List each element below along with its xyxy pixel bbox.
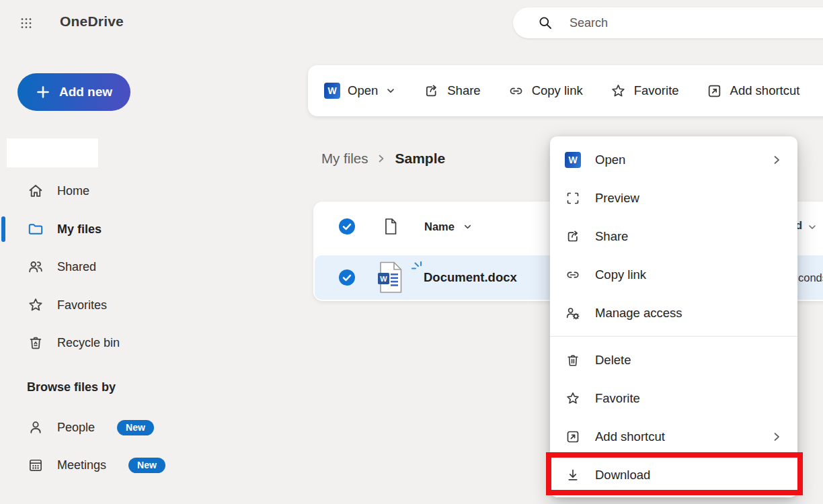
- menu-item-label: Download: [595, 468, 650, 482]
- trash-icon: [565, 352, 581, 368]
- search-placeholder: Search: [570, 16, 608, 30]
- sidebar-item-my-files[interactable]: My files: [27, 216, 102, 243]
- context-menu: W Open Preview Share Copy link: [550, 136, 797, 497]
- command-toolbar: W Open Share Copy link Favorite: [308, 65, 823, 116]
- sidebar-item-recycle-bin[interactable]: Recycle bin: [27, 329, 120, 356]
- star-icon: [565, 390, 581, 407]
- submenu-chevron-icon: [771, 431, 783, 443]
- home-icon: [27, 182, 44, 200]
- download-icon: [565, 467, 581, 483]
- toolbar-copy-link-button[interactable]: Copy link: [508, 83, 583, 99]
- recycle-bin-icon: [27, 334, 44, 351]
- sidebar-item-label: People: [57, 421, 95, 435]
- sidebar-item-label: Favorites: [57, 298, 107, 312]
- menu-item-label: Copy link: [595, 267, 646, 282]
- browse-files-by-heading: Browse files by: [27, 380, 116, 394]
- share-icon: [423, 83, 440, 99]
- app-title: OneDrive: [60, 13, 124, 30]
- breadcrumb: My files Sample: [321, 151, 445, 167]
- breadcrumb-parent[interactable]: My files: [321, 151, 368, 167]
- menu-item-download[interactable]: Download: [550, 456, 797, 494]
- sidebar-item-meetings[interactable]: Meetings New: [27, 452, 165, 478]
- manage-access-icon: [565, 305, 581, 321]
- menu-item-label: Add shortcut: [595, 429, 665, 444]
- toolbar-open-button[interactable]: W Open: [324, 83, 396, 99]
- add-new-button[interactable]: Add new: [17, 73, 130, 111]
- calendar-icon: [27, 456, 44, 474]
- link-icon: [565, 267, 581, 283]
- preview-icon: [565, 190, 581, 206]
- toolbar-favorite-button[interactable]: Favorite: [610, 83, 679, 99]
- sidebar-item-label: Home: [57, 184, 89, 198]
- sidebar-item-shared[interactable]: Shared: [27, 253, 96, 280]
- link-icon: [508, 83, 524, 99]
- click-spark-icon: [412, 261, 424, 272]
- toolbar-add-shortcut-button[interactable]: Add shortcut: [706, 83, 800, 99]
- menu-item-copy-link[interactable]: Copy link: [550, 255, 797, 294]
- onedrive-window: OneDrive Search Add new Home My files: [0, 0, 823, 504]
- selected-nav-indicator: [1, 216, 5, 242]
- sidebar-item-favorites[interactable]: Favorites: [27, 292, 107, 319]
- chevron-down-icon: [385, 85, 396, 96]
- column-header-name[interactable]: Name: [424, 220, 455, 233]
- toolbar-share-button[interactable]: Share: [423, 83, 480, 99]
- breadcrumb-current: Sample: [395, 151, 445, 167]
- app-launcher-waffle-icon[interactable]: [16, 13, 36, 33]
- word-app-icon: W: [324, 83, 340, 99]
- menu-item-delete[interactable]: Delete: [550, 341, 797, 379]
- menu-divider: [550, 336, 797, 337]
- new-badge: New: [128, 458, 165, 473]
- sidebar-item-label: Shared: [57, 260, 96, 274]
- document-type-icon: [383, 218, 399, 235]
- toolbar-open-label: Open: [348, 83, 378, 98]
- star-icon: [27, 296, 44, 314]
- word-file-icon: W: [376, 261, 404, 294]
- menu-item-manage-access[interactable]: Manage access: [550, 294, 797, 332]
- person-icon: [27, 419, 44, 436]
- select-all-checked-icon[interactable]: [338, 218, 356, 235]
- share-icon: [565, 228, 581, 245]
- menu-item-add-shortcut[interactable]: Add shortcut: [550, 417, 797, 456]
- menu-item-label: Favorite: [595, 391, 640, 406]
- toolbar-copy-link-label: Copy link: [532, 83, 583, 98]
- menu-item-label: Open: [595, 153, 625, 167]
- add-new-label: Add new: [59, 85, 112, 99]
- plus-icon: [36, 85, 50, 99]
- menu-item-label: Delete: [595, 353, 631, 368]
- toolbar-share-label: Share: [447, 83, 480, 98]
- breadcrumb-chevron-icon: [376, 153, 387, 164]
- sort-chevron-icon: [807, 222, 818, 233]
- file-modified-fragment: conds ago: [798, 271, 823, 284]
- search-input[interactable]: Search: [513, 7, 823, 38]
- add-shortcut-icon: [565, 429, 581, 445]
- sidebar-item-label: Recycle bin: [57, 336, 120, 350]
- menu-item-label: Share: [595, 229, 628, 244]
- search-icon: [537, 15, 553, 31]
- menu-item-preview[interactable]: Preview: [550, 179, 797, 217]
- waffle-icon: [20, 14, 32, 32]
- menu-item-favorite[interactable]: Favorite: [550, 379, 797, 417]
- menu-item-open[interactable]: W Open: [550, 140, 797, 179]
- menu-item-label: Manage access: [595, 306, 682, 321]
- sidebar-item-label: Meetings: [57, 458, 106, 472]
- new-badge: New: [117, 420, 154, 435]
- add-shortcut-icon: [706, 83, 723, 99]
- redacted-account-label: [7, 138, 98, 167]
- submenu-chevron-icon: [771, 154, 783, 166]
- toolbar-favorite-label: Favorite: [634, 83, 679, 98]
- menu-item-label: Preview: [595, 191, 639, 206]
- svg-text:W: W: [380, 275, 387, 283]
- sidebar-item-label: My files: [57, 222, 102, 237]
- folder-icon: [27, 220, 44, 238]
- menu-item-share[interactable]: Share: [550, 217, 797, 255]
- word-app-icon: W: [565, 152, 581, 168]
- sidebar-item-people[interactable]: People New: [27, 414, 154, 441]
- star-icon: [610, 83, 627, 99]
- sort-chevron-icon[interactable]: [463, 222, 473, 232]
- sidebar-item-home[interactable]: Home: [27, 177, 89, 204]
- people-pair-icon: [27, 258, 44, 276]
- toolbar-add-shortcut-label: Add shortcut: [730, 83, 800, 98]
- file-name[interactable]: Document.docx: [424, 270, 517, 284]
- row-checked-icon[interactable]: [338, 269, 356, 286]
